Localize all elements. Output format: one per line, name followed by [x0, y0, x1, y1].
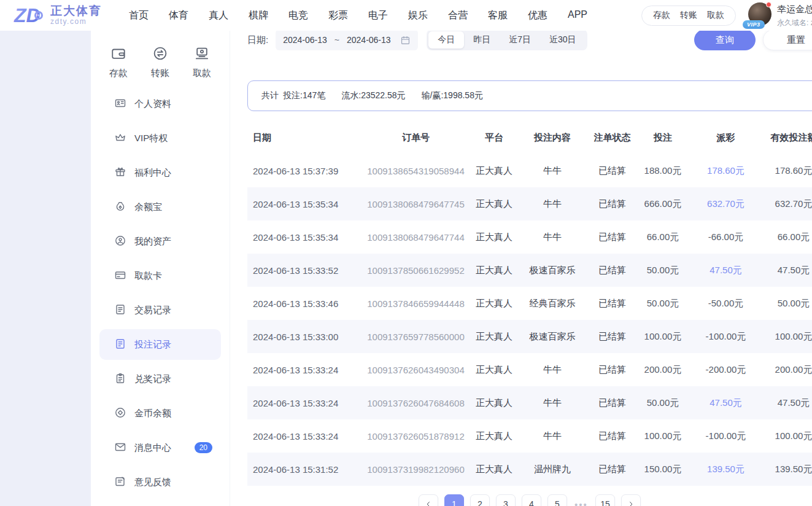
quick-range-2[interactable]: 昨日 — [464, 31, 500, 49]
page-button-2[interactable]: 2 — [470, 494, 490, 506]
header-action-transfer[interactable]: 转账 — [680, 10, 697, 21]
summary-bets: 投注:147笔 — [283, 90, 325, 101]
avatar-wrap: VIP3 — [748, 2, 771, 26]
left-background-strip — [0, 31, 91, 506]
cell-bet: 188.00元 — [632, 165, 694, 177]
sidebar-item-feedback[interactable]: 意见反馈 — [99, 467, 221, 497]
quick-range-3[interactable]: 近7日 — [500, 31, 540, 49]
cell-status: 已结算 — [592, 165, 632, 177]
date-range-input[interactable]: 2024-06-13 ~ 2024-06-13 — [276, 29, 418, 50]
nav-item-8[interactable]: 娱乐 — [408, 9, 428, 22]
sidebar-item-gold-balance[interactable]: 金币余额 — [99, 398, 221, 429]
next-page-button[interactable] — [621, 494, 641, 506]
svg-text:ZD: ZD — [14, 4, 41, 26]
cell-content: 温州牌九 — [512, 464, 592, 475]
page-button-1[interactable]: 1 — [444, 494, 464, 506]
top-header: ZD 正大体育 zdty.com 首页体育真人棋牌电竞彩票电子娱乐合营客服优惠A… — [0, 0, 812, 31]
sidebar-item-redeem-records[interactable]: 兑奖记录 — [99, 364, 221, 394]
cell-bet: 66.00元 — [632, 232, 694, 243]
cell-platform: 正大真人 — [476, 331, 512, 343]
pagination: 12345•••15 — [247, 494, 812, 506]
brand-logo[interactable]: ZD 正大体育 zdty.com — [0, 3, 120, 28]
sidebar-item-withdraw-card[interactable]: 取款卡 — [99, 260, 221, 291]
bet-records-table: 日期订单号平台投注内容注单状态投注派彩有效投注额2024-06-13 15:37… — [247, 121, 812, 486]
sidebar-item-transactions[interactable]: 交易记录 — [99, 295, 221, 325]
nav-item-2[interactable]: 体育 — [169, 9, 188, 22]
page-button-5[interactable]: 5 — [547, 494, 567, 506]
cell-status: 已结算 — [592, 198, 632, 210]
summary-prefix: 共计 — [261, 90, 279, 101]
nav-item-5[interactable]: 电竞 — [288, 9, 308, 22]
user-block[interactable]: VIP3 幸运金总 永久域名: z — [748, 2, 812, 28]
cell-date: 2024-06-13 15:35:34 — [247, 199, 356, 209]
sidebar-item-bet-records[interactable]: 投注记录 — [99, 329, 221, 360]
sidebar-item-welfare[interactable]: 福利中心 — [99, 157, 221, 188]
cell-order: 1009137659778560000 — [356, 332, 476, 342]
cell-content: 极速百家乐 — [512, 265, 592, 276]
cell-payout: 178.60元 — [694, 165, 758, 177]
nav-item-6[interactable]: 彩票 — [328, 9, 348, 22]
date-from-value[interactable]: 2024-06-13 — [283, 35, 327, 45]
quick-range-1[interactable]: 今日 — [428, 31, 464, 49]
page-button-4[interactable]: 4 — [522, 494, 541, 506]
cell-bet: 150.00元 — [632, 464, 694, 475]
notification-dot — [766, 2, 771, 7]
cell-order: 1009137626043490304 — [356, 365, 476, 375]
calendar-icon[interactable] — [400, 35, 411, 45]
nav-item-4[interactable]: 棋牌 — [249, 9, 268, 22]
cell-content: 牛牛 — [512, 198, 592, 210]
sidebar: 存款转账取款 个人资料VIP特权福利中心余额宝我的资产取款卡交易记录投注记录兑奖… — [91, 31, 230, 506]
table-header-cell-payout: 派彩 — [694, 132, 758, 144]
filter-buttons: 查询 重置 — [694, 29, 812, 50]
cell-valid: 100.00元 — [758, 331, 812, 343]
cell-bet: 666.00元 — [632, 198, 694, 210]
header-action-deposit[interactable]: 存款 — [653, 10, 670, 21]
cell-date: 2024-06-13 15:33:52 — [247, 265, 356, 276]
summary-total-bets: 共计 投注:147笔 — [261, 90, 325, 101]
cell-valid: 47.50元 — [758, 265, 812, 276]
quick-action-label: 转账 — [151, 68, 169, 79]
nav-item-7[interactable]: 电子 — [368, 9, 388, 22]
cell-content: 极速百家乐 — [512, 331, 592, 343]
nav-item-3[interactable]: 真人 — [209, 9, 228, 22]
date-to-value[interactable]: 2024-06-13 — [347, 35, 391, 45]
sidebar-item-vip[interactable]: VIP特权 — [99, 123, 221, 154]
quick-action-withdraw[interactable]: 取款 — [193, 45, 211, 76]
cell-order: 1009137846659944448 — [356, 298, 476, 309]
sidebar-item-assets[interactable]: 我的资产 — [99, 226, 221, 257]
sidebar-item-profile[interactable]: 个人资料 — [99, 88, 221, 119]
nav-item-12[interactable]: APP — [568, 9, 587, 22]
table-row: 2024-06-13 15:33:241009137626047684608正大… — [247, 386, 812, 419]
cell-platform: 正大真人 — [476, 364, 512, 376]
header-action-withdraw[interactable]: 取款 — [707, 10, 724, 21]
nav-item-10[interactable]: 客服 — [488, 9, 508, 22]
cell-status: 已结算 — [592, 265, 632, 276]
transfer-icon — [152, 45, 168, 63]
quick-action-deposit[interactable]: 存款 — [109, 45, 128, 76]
page-button-3[interactable]: 3 — [496, 494, 516, 506]
brand-text: 正大体育 zdty.com — [50, 5, 102, 26]
gift-icon — [114, 166, 126, 180]
sidebar-item-label: 我的资产 — [134, 236, 171, 247]
quick-range-4[interactable]: 近30日 — [540, 31, 586, 49]
page-button-15[interactable]: 15 — [595, 494, 615, 506]
sidebar-item-messages[interactable]: 消息中心20 — [99, 432, 221, 463]
nav-item-11[interactable]: 优惠 — [528, 9, 547, 22]
search-button[interactable]: 查询 — [694, 29, 756, 50]
sidebar-item-yuebao[interactable]: 余额宝 — [99, 192, 221, 222]
nav-item-9[interactable]: 合营 — [448, 9, 468, 22]
nav-item-1[interactable]: 首页 — [129, 9, 149, 22]
quick-action-transfer[interactable]: 转账 — [151, 45, 169, 76]
summary-bar: 共计 投注:147笔 流水:23522.58元 输/赢:1998.58元 — [247, 80, 812, 111]
filter-row: 日期: 2024-06-13 ~ 2024-06-13 今日昨日近7日近30日 … — [247, 29, 812, 50]
cell-content: 牛牛 — [512, 397, 592, 409]
crown-icon — [114, 131, 126, 146]
redeem-record-icon — [114, 372, 126, 386]
cell-payout: -100.00元 — [694, 430, 758, 442]
reset-button[interactable]: 重置 — [763, 29, 812, 50]
cell-date: 2024-06-13 15:37:39 — [247, 166, 356, 176]
cell-order: 1009138068479647745 — [356, 199, 476, 209]
cell-payout: 47.50元 — [694, 397, 758, 409]
withdraw-icon — [194, 45, 210, 63]
prev-page-button[interactable] — [419, 494, 438, 506]
